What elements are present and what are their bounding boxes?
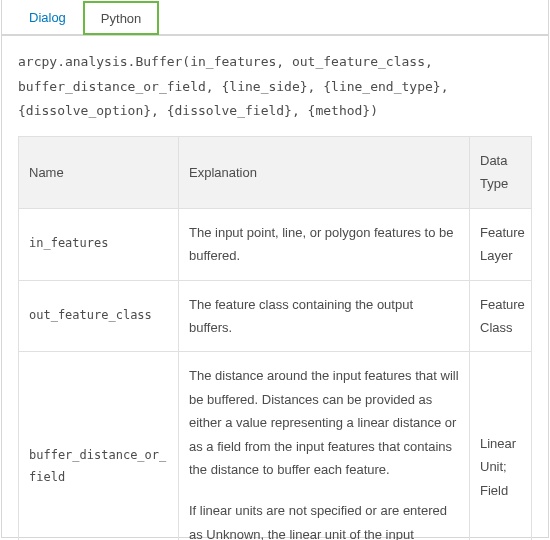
param-type: Feature Class (470, 280, 532, 352)
table-row: out_feature_class The feature class cont… (19, 280, 532, 352)
param-explanation: The distance around the input features t… (179, 352, 470, 540)
table-row: buffer_distance_or_field The distance ar… (19, 352, 532, 540)
table-header-row: Name Explanation Data Type (19, 137, 532, 209)
table-row: in_features The input point, line, or po… (19, 208, 532, 280)
param-explanation: The input point, line, or polygon featur… (179, 208, 470, 280)
param-name: out_feature_class (19, 280, 179, 352)
param-explanation: The feature class containing the output … (179, 280, 470, 352)
param-type: Linear Unit; Field (470, 352, 532, 540)
tab-dialog[interactable]: Dialog (12, 1, 83, 35)
header-name: Name (19, 137, 179, 209)
params-table: Name Explanation Data Type in_features T… (18, 136, 532, 540)
doc-panel: Dialog Python arcpy.analysis.Buffer(in_f… (1, 0, 549, 538)
tab-python[interactable]: Python (83, 1, 159, 35)
param-name: in_features (19, 208, 179, 280)
param-explanation-p1: The distance around the input features t… (189, 364, 459, 481)
header-datatype: Data Type (470, 137, 532, 209)
syntax-line: arcpy.analysis.Buffer(in_features, out_f… (18, 50, 532, 124)
param-name: buffer_distance_or_field (19, 352, 179, 540)
tab-bar: Dialog Python (2, 0, 548, 36)
param-explanation-p2: If linear units are not specified or are… (189, 499, 459, 540)
header-explanation: Explanation (179, 137, 470, 209)
content-area: arcpy.analysis.Buffer(in_features, out_f… (2, 36, 548, 540)
param-type: Feature Layer (470, 208, 532, 280)
